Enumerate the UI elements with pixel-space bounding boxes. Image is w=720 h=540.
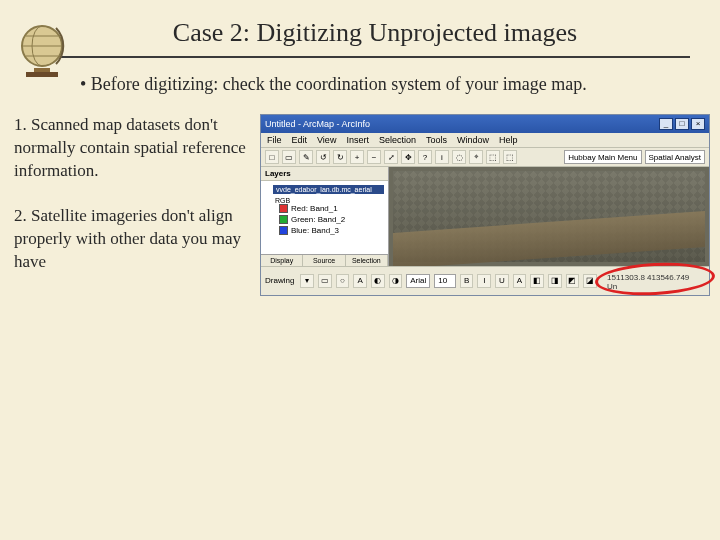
draw-icon[interactable]: ○ [336,274,350,288]
menu-window[interactable]: Window [457,135,489,145]
menu-tools[interactable]: Tools [426,135,447,145]
tool-icon[interactable]: ⤢ [384,150,398,164]
arcmap-window: Untitled - ArcMap - ArcInfo _ □ × File E… [260,114,710,296]
point-2: 2. Satellite imageries don't align prope… [14,205,252,274]
bold-icon[interactable]: B [460,274,474,288]
red-swatch-icon [279,204,288,213]
layer-group-title[interactable]: vvde_edabor_lan.db.mc_aerial [273,185,384,194]
menu-edit[interactable]: Edit [292,135,308,145]
draw-icon[interactable]: ◐ [371,274,385,288]
drawing-label: Drawing [265,276,294,285]
menu-file[interactable]: File [267,135,282,145]
text-icon[interactable]: A [353,274,367,288]
points-list: 1. Scanned map datasets don't normally c… [14,114,252,296]
band-row[interactable]: Blue: Band_3 [279,226,384,235]
slide-title: Case 2: Digitizing Unprojected images [60,0,690,58]
tool-icon[interactable]: ↻ [333,150,347,164]
menu-view[interactable]: View [317,135,336,145]
tab-selection[interactable]: Selection [346,255,388,266]
style-icon[interactable]: ◪ [583,274,597,288]
zoom-in-icon[interactable]: + [350,150,364,164]
tool-icon[interactable]: ▭ [282,150,296,164]
titlebar: Untitled - ArcMap - ArcInfo _ □ × [261,115,709,133]
zoom-out-icon[interactable]: − [367,150,381,164]
table-of-contents: Layers vvde_edabor_lan.db.mc_aerial RGB … [261,167,389,266]
blue-swatch-icon [279,226,288,235]
point-1: 1. Scanned map datasets don't normally c… [14,114,252,183]
tool-icon[interactable]: ⬚ [503,150,517,164]
main-toolbar: □ ▭ ✎ ↺ ↻ + − ⤢ ✥ ? i ◌ ⌖ ⬚ ⬚ Hubbay Mai… [261,148,709,167]
draw-icon[interactable]: ▭ [318,274,332,288]
window-title: Untitled - ArcMap - ArcInfo [265,119,370,129]
band-row[interactable]: Red: Band_1 [279,204,384,213]
tab-display[interactable]: Display [261,255,303,266]
tab-source[interactable]: Source [303,255,345,266]
rgb-label: RGB [275,197,384,204]
menu-selection[interactable]: Selection [379,135,416,145]
tool-icon[interactable]: ↺ [316,150,330,164]
coordinate-readout: 1511303.8 413546.749 Un [601,269,705,293]
toolbar-dropdown[interactable]: Spatial Analyst [645,150,705,164]
map-view[interactable] [389,167,709,266]
italic-icon[interactable]: I [477,274,491,288]
font-color-icon[interactable]: A [513,274,527,288]
svg-rect-1 [34,68,50,72]
drawing-toolbar: Drawing ▾ ▭ ○ A ◐ ◑ Arial 10 B I U A ◧ ◨… [261,266,709,295]
identify-icon[interactable]: i [435,150,449,164]
style-icon[interactable]: ◩ [566,274,580,288]
slide-intro: Before digitizing: check the coordinatio… [80,72,670,96]
underline-icon[interactable]: U [495,274,509,288]
svg-rect-2 [26,72,58,77]
font-select[interactable]: Arial [406,274,430,288]
band-row[interactable]: Green: Band_2 [279,215,384,224]
toolbar-dropdown[interactable]: Hubbay Main Menu [564,150,641,164]
menubar: File Edit View Insert Selection Tools Wi… [261,133,709,148]
tool-icon[interactable]: ? [418,150,432,164]
style-icon[interactable]: ◧ [530,274,544,288]
style-icon[interactable]: ◨ [548,274,562,288]
menu-help[interactable]: Help [499,135,518,145]
tool-icon[interactable]: ◌ [452,150,466,164]
tool-icon[interactable]: ⬚ [486,150,500,164]
toc-tabs: Display Source Selection [261,254,388,266]
close-button[interactable]: × [691,118,705,130]
draw-icon[interactable]: ▾ [300,274,314,288]
maximize-button[interactable]: □ [675,118,689,130]
svg-point-0 [22,26,62,66]
toc-header: Layers [261,167,388,181]
draw-icon[interactable]: ◑ [389,274,403,288]
tool-icon[interactable]: ⌖ [469,150,483,164]
tool-icon[interactable]: ✎ [299,150,313,164]
pan-icon[interactable]: ✥ [401,150,415,164]
tool-icon[interactable]: □ [265,150,279,164]
minimize-button[interactable]: _ [659,118,673,130]
menu-insert[interactable]: Insert [346,135,369,145]
font-size-select[interactable]: 10 [434,274,456,288]
green-swatch-icon [279,215,288,224]
